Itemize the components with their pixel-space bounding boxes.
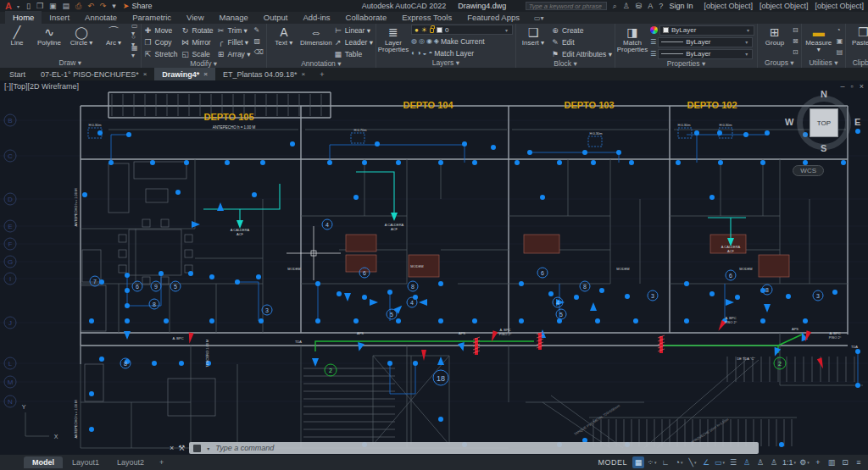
panel-label[interactable]: Draw ▾	[3, 58, 138, 68]
tool-insert[interactable]: ❑Insert ▾	[519, 25, 548, 47]
viewcube[interactable]: N S W E TOP	[793, 92, 854, 153]
tool-mini[interactable]: ⊠	[793, 36, 798, 46]
app-menu-chevron-icon[interactable]: ▾	[17, 3, 19, 9]
command-wrench-icon[interactable]: ⚒	[178, 444, 185, 452]
layout-tab-model[interactable]: Model	[24, 456, 63, 468]
layer-tool-icon[interactable]: ◑	[417, 49, 421, 57]
tool-fillet[interactable]: ╭Fillet ▾	[217, 36, 251, 47]
user-icon[interactable]: ♙	[623, 0, 630, 12]
scale-value[interactable]: 1:1▾	[782, 456, 797, 468]
tool-polyline[interactable]: ∿Polyline	[35, 25, 64, 47]
tool-layer-properties[interactable]: ≣Layer Properties	[379, 25, 408, 53]
wcs-dropdown[interactable]: WCS	[793, 165, 824, 176]
layout-tab-layout1[interactable]: Layout1	[64, 456, 108, 468]
new-file-icon[interactable]: ▯	[26, 0, 31, 12]
save-icon[interactable]: ▣	[49, 0, 57, 12]
new-tab-button[interactable]: +	[313, 68, 331, 80]
tool-mirror[interactable]: ⋈Mirror	[181, 36, 214, 47]
layer-freeze-icon[interactable]: ☀	[421, 26, 427, 34]
restore-button[interactable]: [object Object]	[760, 2, 809, 10]
autodesk-a-icon[interactable]: A	[648, 0, 653, 12]
color-dropdown[interactable]: ByLayer▾	[659, 25, 754, 36]
search-icon[interactable]: ⌕	[613, 0, 617, 12]
ribbon-tab-featured-apps[interactable]: Featured Apps	[459, 11, 527, 24]
close-button[interactable]: [object Object]	[815, 2, 864, 10]
ribbon-tab-manage[interactable]: Manage	[212, 11, 256, 24]
command-chevron-icon[interactable]: ▾	[207, 445, 209, 451]
tool-mini[interactable]: ▤	[837, 47, 843, 57]
layer-tool-icon[interactable]: ◉	[426, 37, 432, 45]
ribbon-tab-home[interactable]: Home	[5, 11, 42, 24]
ribbon-display-toggle-icon[interactable]: ▭▾	[527, 13, 551, 24]
save-as-icon[interactable]: ▤	[63, 0, 70, 12]
layer-dropdown-chevron-icon[interactable]: ▾	[505, 27, 508, 33]
ortho-icon[interactable]: ∟	[659, 456, 671, 468]
command-input[interactable]: Type a command	[215, 444, 274, 452]
viewport-restore-icon[interactable]: ▫	[851, 82, 854, 91]
share-button[interactable]: ➤Share	[123, 2, 153, 10]
file-tab-et-plantas-04-09-18-[interactable]: ET_Plantas 04.09.18*×	[215, 68, 313, 80]
layer-on-icon[interactable]: ●	[415, 26, 419, 34]
polar-tracking-icon[interactable]: ◔▾	[673, 456, 685, 468]
isolate-icon[interactable]: ▥	[826, 456, 837, 468]
sign-in-button[interactable]: Sign In	[669, 2, 693, 10]
layout-tab-layout2[interactable]: Layout2	[108, 456, 153, 468]
viewcube-top-face[interactable]: TOP	[810, 108, 838, 137]
layer-tool-icon[interactable]: ◒	[423, 49, 427, 57]
viewport-minimize-icon[interactable]: –	[841, 82, 845, 91]
tool-paste[interactable]: ❒Paste ▾	[849, 25, 868, 47]
undo-icon[interactable]: ↶	[87, 0, 94, 12]
floor-plan-drawing[interactable]: BCDEFGIJLMN468453769586845368381822DEPTO…	[0, 80, 868, 455]
tool-match-properties[interactable]: ◨Match Properties	[618, 25, 647, 53]
tool-group[interactable]: ⊞Group	[760, 25, 789, 47]
panel-label[interactable]: Groups ▾	[760, 58, 798, 68]
tool-stretch[interactable]: ⇱Stretch	[144, 48, 178, 59]
tool-create[interactable]: ⊕Create	[551, 25, 612, 36]
file-tab-07-el-1-piso-enchufes-[interactable]: 07-EL-1° PISO-ENCHUFES*×	[33, 68, 154, 80]
tool-array[interactable]: ⊞Array ▾	[217, 48, 251, 59]
tool-scale[interactable]: ◱Scale	[181, 48, 214, 59]
tool-mini[interactable]: ✎	[253, 25, 263, 35]
viewport-controls[interactable]: [-][Top][2D Wireframe]	[4, 82, 79, 91]
layer-color-swatch[interactable]	[437, 27, 442, 33]
tool-leader[interactable]: ↗Leader ▾	[334, 36, 373, 47]
panel-label[interactable]: Layers ▾	[379, 58, 513, 68]
ribbon-tab-view[interactable]: View	[179, 11, 211, 24]
tool-move[interactable]: ✚Move	[144, 25, 178, 36]
tool-mini[interactable]: ⊟	[793, 25, 798, 35]
plot-icon[interactable]: ⎙	[75, 0, 81, 12]
autocad-logo-icon[interactable]: A	[0, 0, 15, 12]
tool-linear[interactable]: ⊢Linear ▾	[334, 25, 373, 36]
close-tab-icon[interactable]: ×	[143, 70, 147, 78]
panel-label[interactable]: Clipboard	[849, 58, 868, 68]
tool-mini[interactable]: ⌫	[253, 47, 263, 57]
qat-customize-icon[interactable]: ▾	[112, 0, 116, 12]
tool-line[interactable]: ╱Line	[3, 25, 31, 47]
isometric-icon[interactable]: ╲▾	[687, 456, 698, 468]
lineweight-icon[interactable]: ☰	[727, 456, 739, 468]
tool-copy[interactable]: ❐Copy	[144, 36, 178, 47]
ribbon-tab-output[interactable]: Output	[256, 11, 296, 24]
redo-icon[interactable]: ↷	[100, 0, 107, 12]
linetype-dropdown[interactable]: ByLayer▾	[658, 37, 753, 47]
autoscale-icon[interactable]: ♙	[754, 456, 766, 468]
ribbon-tab-add-ins[interactable]: Add-ins	[295, 11, 337, 24]
viewcube-west[interactable]: W	[785, 117, 793, 127]
cart-icon[interactable]: ⛁	[636, 0, 643, 12]
annotation-scale-icon[interactable]: ♙	[768, 456, 780, 468]
tool-measure[interactable]: ▬Measure ▾	[804, 25, 833, 53]
open-folder-icon[interactable]: ❒	[36, 0, 43, 12]
panel-label[interactable]: Utilities ▾	[804, 58, 843, 68]
tool-mini[interactable]: ▦ ▾	[131, 47, 138, 57]
tool-trim[interactable]: ✂Trim ▾	[217, 25, 251, 36]
tool-text[interactable]: AText ▾	[270, 25, 298, 47]
minimize-button[interactable]: [object Object]	[704, 2, 753, 10]
command-close-icon[interactable]: ×	[170, 444, 174, 452]
tool-edit[interactable]: ✎Edit	[551, 36, 612, 47]
ribbon-tab-annotate[interactable]: Annotate	[77, 11, 125, 24]
tool-mini[interactable]: ▣	[837, 36, 843, 46]
layer-unlock-icon[interactable]	[430, 28, 434, 33]
command-bar[interactable]: ▾ Type a command	[189, 442, 759, 454]
layer-tool-icon[interactable]: ◈	[434, 37, 439, 45]
annotation-visibility-icon[interactable]: ♙	[741, 456, 753, 468]
